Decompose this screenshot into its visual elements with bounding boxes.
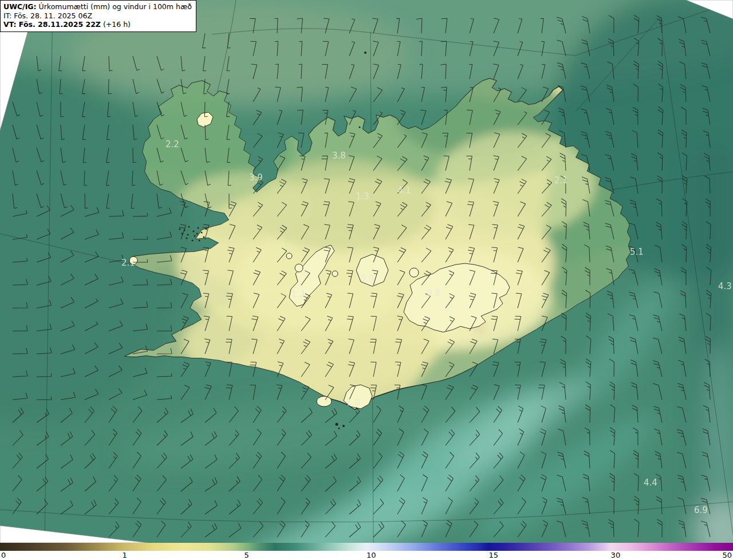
precip-value-label: 3.8 xyxy=(332,151,346,161)
precipitation-wind-map: 2.23.83.94.12.11.32.15.14.30.91.20.81.04… xyxy=(0,0,733,543)
header-line-valid: VT: Fös. 28.11.2025 22Z (+16 h) xyxy=(3,20,192,29)
valid-time: VT: Fös. 28.11.2025 22Z xyxy=(3,20,101,29)
forecast-header: UWC/IG: Úrkomumætti (mm) og vindur i 100… xyxy=(0,0,196,32)
precip-value-label: 3.9 xyxy=(249,172,263,183)
colorbar-tick-30: 30 xyxy=(611,551,621,559)
glacier-eyjafjallajokull xyxy=(317,396,332,407)
precip-value-label: 0.8 xyxy=(427,288,440,298)
precip-value-label: 5.1 xyxy=(630,247,644,257)
colorbar-tick-50: 50 xyxy=(722,551,732,559)
precip-value-label: 2.2 xyxy=(165,139,179,149)
precip-value-label: 4.1 xyxy=(397,186,411,196)
init-time: IT: Fös. 28. 11. 2025 06Z xyxy=(3,11,92,20)
colorbar-ticks: 01510153050 xyxy=(0,551,733,560)
header-line-title: UWC/IG: Úrkomumætti (mm) og vindur i 100… xyxy=(3,2,192,11)
colorbar-tick-5: 5 xyxy=(245,551,249,559)
colorbar-tick-0: 0 xyxy=(1,551,6,559)
weather-map-screenshot: 2.23.83.94.12.11.32.15.14.30.91.20.81.04… xyxy=(0,0,733,560)
precip-value-label: 6.9 xyxy=(694,505,708,515)
precip-value-label: 1.3 xyxy=(356,191,369,202)
precip-value-label: 2.1 xyxy=(554,175,568,186)
precip-value-label: 4.3 xyxy=(718,281,732,291)
precip-value-label: 1.0 xyxy=(346,397,360,408)
colorbar-tick-10: 10 xyxy=(366,551,376,559)
map-title: Úrkomumætti (mm) og vindur i 100m hæð xyxy=(39,2,192,11)
precip-value-label: 1.2 xyxy=(291,289,305,299)
valid-offset: (+16 h) xyxy=(103,20,131,29)
header-line-init: IT: Fös. 28. 11. 2025 06Z xyxy=(3,11,192,21)
colorbar-tick-15: 15 xyxy=(488,551,498,559)
colorbar-gradient xyxy=(0,543,733,551)
precip-value-label: 0.9 xyxy=(360,274,374,284)
precip-value-label: 2.1 xyxy=(121,258,135,268)
precip-value-label: 4.4 xyxy=(644,478,657,488)
colorbar-tick-1: 1 xyxy=(122,551,127,559)
product-label: UWC/IG: xyxy=(3,2,37,11)
